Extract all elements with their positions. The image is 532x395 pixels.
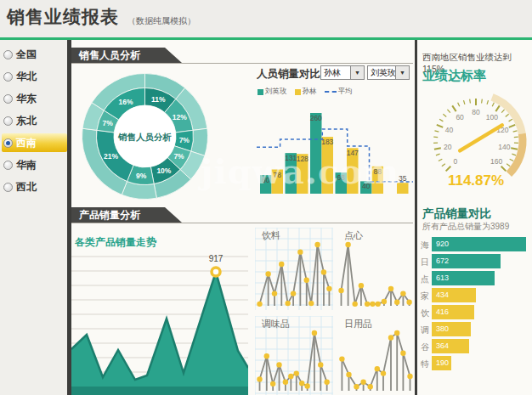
page-title: 销售业绩报表 — [7, 5, 119, 29]
small-chart-svg: 点心 — [337, 228, 414, 310]
product-bar-row: 日672 — [419, 253, 532, 270]
small-chart-svg: 饮料 — [255, 228, 333, 310]
gauge-needle — [460, 125, 502, 150]
product-bar-chart: 海920日672点613家434饮416调380谷364特190 — [419, 236, 532, 372]
radio-icon[interactable] — [3, 183, 13, 192]
sidebar-item-region-1[interactable]: 华北 — [2, 67, 67, 86]
svg-text:100: 100 — [486, 113, 498, 121]
sidebar-item-region-2[interactable]: 华东 — [2, 89, 67, 108]
trend-area-svg: 917 — [71, 248, 248, 395]
svg-text:40: 40 — [445, 126, 454, 134]
radio-icon[interactable] — [3, 161, 13, 170]
product-bar-row: 家434 — [419, 287, 532, 304]
svg-text:183: 183 — [321, 138, 333, 146]
product-value: 416 — [432, 305, 474, 319]
legend-label: 刘英玫 — [265, 87, 287, 97]
radio-icon[interactable] — [3, 116, 13, 126]
legend-dash-icon — [325, 91, 337, 93]
panel-divider — [415, 40, 417, 395]
product-bar: 613 — [432, 271, 495, 285]
section-header-staff: 销售人员分析 — [71, 48, 182, 63]
dashboard: 销售业绩报表 （数据纯属模拟） 全国华北华东东北西南华南西北 销售人员分析 11… — [0, 0, 532, 395]
svg-text:调味品: 调味品 — [261, 319, 290, 329]
radio-icon[interactable] — [3, 72, 13, 82]
product-bar: 920 — [432, 237, 526, 251]
svg-text:60: 60 — [456, 113, 464, 121]
product-bar: 364 — [432, 339, 469, 353]
svg-text:16%: 16% — [119, 98, 133, 106]
product-value: 672 — [432, 254, 501, 268]
staff-donut-chart: 11%12%7%7%10%9%21%7%16%销售人员分析 — [66, 58, 224, 215]
product-bars-title: 产品销量对比 — [422, 206, 491, 222]
product-bar-row: 调380 — [419, 321, 532, 338]
svg-text:7%: 7% — [103, 119, 114, 127]
chevron-down-icon[interactable]: ▼ — [350, 66, 364, 79]
sidebar-item-region-6[interactable]: 西北 — [2, 178, 67, 196]
product-bar-row: 点613 — [419, 270, 532, 287]
sidebar-item-region-4[interactable]: 西南 — [2, 133, 67, 152]
product-label: 点 — [421, 274, 429, 285]
svg-text:160: 160 — [490, 157, 502, 166]
small-chart-3: 日用品 — [337, 316, 414, 395]
product-value: 920 — [432, 237, 526, 251]
section-divider-line — [71, 223, 413, 223]
sidebar-item-label: 西南 — [16, 136, 37, 150]
sidebar-item-label: 华北 — [16, 70, 37, 84]
product-value: 380 — [432, 322, 471, 336]
svg-text:78: 78 — [274, 171, 282, 179]
svg-text:日用品: 日用品 — [344, 319, 372, 329]
sidebar-item-region-3[interactable]: 东北 — [2, 111, 67, 130]
radio-icon[interactable] — [3, 94, 13, 104]
svg-text:128: 128 — [297, 155, 308, 163]
pair-bar-chart: 607813112826018368147408835 — [257, 99, 413, 195]
pair-chart-legend: 刘英玫孙林平均 — [258, 87, 353, 97]
radio-icon[interactable] — [3, 50, 13, 59]
product-bar: 672 — [432, 254, 501, 268]
svg-text:7%: 7% — [179, 136, 190, 144]
legend-item: 平均 — [325, 87, 353, 97]
sidebar-item-region-0[interactable]: 全国 — [2, 45, 67, 64]
chevron-down-icon[interactable]: ▼ — [395, 66, 409, 79]
legend-label: 孙林 — [303, 87, 317, 97]
region-sidebar: 全国华北华东东北西南华南西北 — [0, 40, 67, 395]
product-label: 谷 — [421, 341, 429, 353]
legend-item: 孙林 — [295, 87, 317, 97]
svg-text:40: 40 — [362, 182, 371, 190]
sidebar-divider — [67, 37, 71, 395]
dropdown-1-value: 孙林 — [321, 67, 350, 79]
svg-text:68: 68 — [337, 173, 346, 182]
dropdown-2-value: 刘英玫 — [368, 67, 395, 79]
small-chart-2: 调味品 — [255, 316, 333, 395]
svg-text:88: 88 — [374, 167, 382, 176]
salesperson-dropdown-1[interactable]: 孙林 ▼ — [320, 65, 365, 80]
salesperson-dropdown-2[interactable]: 刘英玫 ▼ — [367, 65, 410, 80]
legend-swatch-icon — [258, 89, 263, 95]
radio-selected-icon[interactable] — [3, 138, 13, 148]
product-bar: 434 — [432, 288, 476, 302]
product-bar-row: 谷364 — [419, 338, 532, 355]
sidebar-item-label: 全国 — [16, 48, 37, 62]
small-chart-svg: 日用品 — [337, 316, 414, 395]
product-label: 调 — [421, 324, 429, 336]
product-bar: 190 — [432, 356, 451, 370]
svg-text:销售人员分析: 销售人员分析 — [117, 132, 173, 142]
svg-text:饮料: 饮料 — [262, 230, 280, 240]
product-label: 特 — [421, 358, 429, 370]
trend-area-chart: 917 — [71, 248, 248, 395]
product-value: 613 — [432, 271, 495, 285]
product-value: 434 — [432, 288, 476, 302]
svg-text:147: 147 — [347, 149, 359, 157]
header: 销售业绩报表 （数据纯属模拟） — [0, 0, 532, 40]
legend-label: 平均 — [338, 87, 353, 97]
product-label: 家 — [421, 291, 429, 302]
product-label: 饮 — [421, 308, 429, 319]
svg-text:131: 131 — [285, 154, 297, 162]
product-label: 日 — [421, 257, 429, 268]
svg-text:917: 917 — [209, 254, 224, 263]
sidebar-item-label: 东北 — [16, 114, 37, 128]
gauge-title: 业绩达标率 — [422, 68, 486, 84]
svg-text:80: 80 — [472, 108, 480, 116]
svg-text:260: 260 — [310, 114, 322, 122]
section-title-product: 产品销量分析 — [79, 209, 140, 221]
sidebar-item-region-5[interactable]: 华南 — [2, 155, 67, 174]
